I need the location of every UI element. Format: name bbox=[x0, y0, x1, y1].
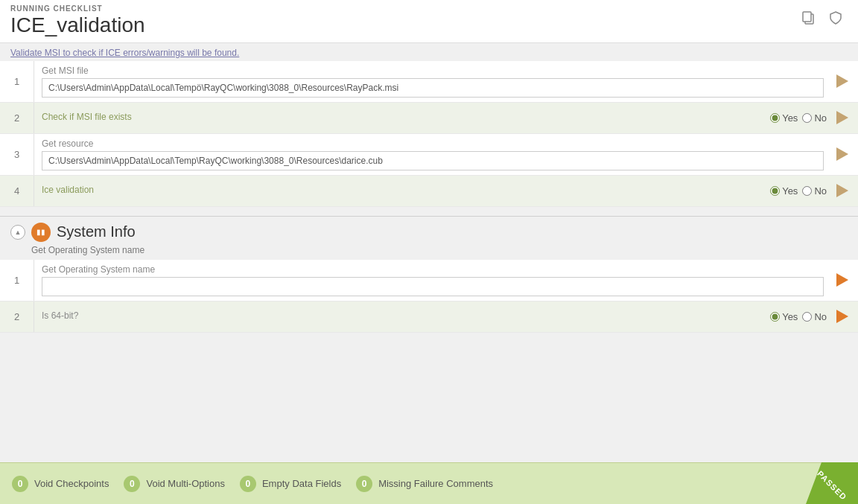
table-row: 1 Get Operating System name bbox=[0, 260, 858, 302]
row-content-2: Check if MSI file exists bbox=[34, 107, 770, 129]
copy-icon-btn[interactable] bbox=[798, 7, 819, 28]
row-number-2: 2 bbox=[0, 103, 34, 133]
row-label-3: Get resource bbox=[42, 138, 824, 149]
run-arrow-icon-4 bbox=[836, 184, 848, 197]
radio-yes-label-s2[interactable]: Yes bbox=[770, 311, 798, 322]
row-content-s1: Get Operating System name bbox=[34, 260, 831, 301]
yes-text-s2: Yes bbox=[782, 311, 798, 322]
run-arrow-icon-2 bbox=[836, 111, 848, 124]
badge-count-0: 0 bbox=[12, 476, 28, 492]
radio-no-label-2[interactable]: No bbox=[802, 112, 827, 124]
radio-yes-label-4[interactable]: Yes bbox=[770, 185, 798, 197]
content-scroll[interactable]: Validate MSI to check if ICE errors/warn… bbox=[0, 43, 858, 462]
run-arrow-icon-s1 bbox=[836, 273, 848, 287]
badge-label-missing-failure-comments: Missing Failure Comments bbox=[378, 478, 493, 489]
row-label-4: Ice validation bbox=[42, 185, 763, 195]
collapse-btn[interactable]: ▲ bbox=[10, 225, 25, 240]
radio-yes-s2[interactable] bbox=[770, 312, 780, 322]
badge-count-1: 0 bbox=[124, 476, 140, 492]
run-arrow-icon-3 bbox=[836, 147, 848, 161]
radio-no-s2[interactable] bbox=[802, 312, 812, 322]
row-content-3: Get resource bbox=[34, 134, 831, 175]
radio-no-4[interactable] bbox=[802, 186, 812, 196]
row-label-2: Check if MSI file exists bbox=[42, 112, 763, 122]
app-container: RUNNING CHECKLIST ICE_validation Validat… bbox=[0, 0, 858, 504]
section-subtitle: Get Operating System name bbox=[0, 245, 858, 260]
radio-yes-4[interactable] bbox=[770, 186, 780, 196]
section-header-row: ▲ ▮▮ System Info bbox=[0, 217, 858, 245]
yes-text-2: Yes bbox=[782, 112, 798, 124]
header-icons bbox=[798, 7, 846, 28]
system-info-rows: 1 Get Operating System name 2 Is 64-bit? bbox=[0, 260, 858, 333]
intro-text: Validate MSI to check if ICE errors/warn… bbox=[0, 43, 858, 61]
badge-missing-failure-comments: 0 Missing Failure Comments bbox=[356, 476, 493, 492]
row-label-s2: Is 64-bit? bbox=[42, 310, 763, 321]
row-content-1: Get MSI file bbox=[34, 61, 831, 102]
radio-no-2[interactable] bbox=[802, 113, 812, 123]
row-input-3[interactable] bbox=[42, 151, 824, 170]
section-system-info: ▲ ▮▮ System Info Get Operating System na… bbox=[0, 216, 858, 339]
no-text-s2: No bbox=[814, 311, 827, 322]
yes-text-4: Yes bbox=[782, 185, 798, 197]
row-number-1: 1 bbox=[0, 61, 34, 102]
badge-label-void-multioptions: Void Multi-Options bbox=[146, 478, 225, 489]
ice-validation-rows: 1 Get MSI file 2 Check if MSI file exist… bbox=[0, 61, 858, 207]
page-title: ICE_validation bbox=[10, 13, 848, 42]
row-content-s2: Is 64-bit? bbox=[34, 306, 770, 328]
footer-passed-banner: PASSED bbox=[806, 462, 858, 504]
badge-label-empty-data-fields: Empty Data Fields bbox=[262, 478, 341, 489]
no-text-4: No bbox=[814, 185, 827, 197]
table-row: 2 Is 64-bit? Yes No bbox=[0, 302, 858, 333]
badge-empty-data-fields: 0 Empty Data Fields bbox=[240, 476, 341, 492]
svg-rect-1 bbox=[803, 12, 811, 22]
row-number-s1: 1 bbox=[0, 260, 34, 301]
running-label: RUNNING CHECKLIST bbox=[10, 4, 848, 13]
pause-btn[interactable]: ▮▮ bbox=[31, 223, 51, 242]
run-btn-s2[interactable] bbox=[831, 305, 854, 328]
row-content-4: Ice validation bbox=[34, 180, 770, 202]
run-btn-2[interactable] bbox=[831, 106, 854, 129]
row-label-1: Get MSI file bbox=[42, 66, 824, 76]
run-btn-3[interactable] bbox=[831, 143, 854, 165]
row-input-1[interactable] bbox=[42, 78, 824, 98]
run-btn-4[interactable] bbox=[831, 179, 854, 202]
table-row: 1 Get MSI file bbox=[0, 61, 858, 103]
no-text-2: No bbox=[814, 112, 827, 124]
row-label-s1: Get Operating System name bbox=[42, 264, 824, 275]
radio-no-label-s2[interactable]: No bbox=[802, 311, 827, 322]
table-row: 2 Check if MSI file exists Yes No bbox=[0, 103, 858, 134]
radio-no-label-4[interactable]: No bbox=[802, 185, 827, 197]
footer: 0 Void Checkpoints 0 Void Multi-Options … bbox=[0, 462, 858, 504]
passed-text: PASSED bbox=[816, 469, 848, 502]
badge-void-checkpoints: 0 Void Checkpoints bbox=[12, 476, 109, 492]
radio-group-s2: Yes No bbox=[770, 311, 831, 322]
run-arrow-icon-1 bbox=[836, 74, 848, 88]
run-btn-s1[interactable] bbox=[831, 269, 854, 291]
row-number-3: 3 bbox=[0, 134, 34, 175]
section-title: System Info bbox=[57, 223, 136, 240]
badge-void-multioptions: 0 Void Multi-Options bbox=[124, 476, 225, 492]
badge-label-void-checkpoints: Void Checkpoints bbox=[34, 478, 109, 489]
section-ice-validation: 1 Get MSI file 2 Check if MSI file exist… bbox=[0, 61, 858, 213]
row-number-s2: 2 bbox=[0, 302, 34, 332]
run-btn-1[interactable] bbox=[831, 70, 854, 92]
shield-icon-btn[interactable] bbox=[825, 7, 846, 28]
table-row: 4 Ice validation Yes No bbox=[0, 176, 858, 207]
radio-group-2: Yes No bbox=[770, 112, 831, 124]
run-arrow-icon-s2 bbox=[836, 310, 848, 323]
radio-yes-2[interactable] bbox=[770, 113, 780, 123]
radio-yes-label-2[interactable]: Yes bbox=[770, 112, 798, 124]
row-number-4: 4 bbox=[0, 176, 34, 206]
header: RUNNING CHECKLIST ICE_validation bbox=[0, 0, 858, 43]
table-row: 3 Get resource bbox=[0, 134, 858, 176]
badge-count-3: 0 bbox=[356, 476, 372, 492]
badge-count-2: 0 bbox=[240, 476, 256, 492]
radio-group-4: Yes No bbox=[770, 185, 831, 197]
row-input-s1[interactable] bbox=[42, 277, 824, 296]
